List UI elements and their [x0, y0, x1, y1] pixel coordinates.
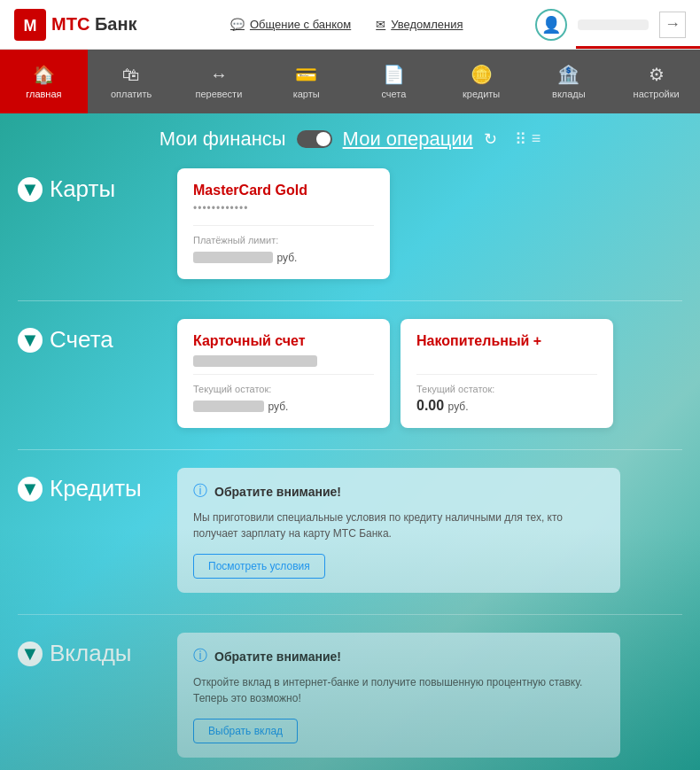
red-bar: [576, 46, 700, 49]
home-icon: 🏠: [33, 64, 55, 85]
tab-accounts-label: счета: [381, 89, 406, 99]
logo-icon: M: [14, 9, 46, 41]
view-conditions-button[interactable]: Посмотреть условия: [193, 554, 325, 579]
credits-attention-header: ⓘ Обратите внимание!: [193, 482, 604, 501]
savings-account-card[interactable]: Накопительный + Текущий остаток: 0.00 ру…: [401, 319, 613, 428]
choose-deposit-button[interactable]: Выбрать вклад: [193, 719, 298, 743]
tab-transfer-label: перевести: [195, 89, 242, 99]
avatar[interactable]: 👤: [535, 9, 567, 41]
accounts-icon: 📄: [383, 64, 405, 85]
logout-button[interactable]: →: [659, 12, 686, 38]
credits-icon: 🪙: [471, 64, 493, 85]
savings-balance-value: 0.00 руб.: [416, 398, 597, 414]
header-nav: 💬 Общение с банком ✉ Уведомления: [158, 18, 535, 31]
cards-icon: 💳: [295, 64, 317, 85]
tab-credits-label: кредиты: [463, 89, 500, 99]
account-number-blurred: [193, 353, 374, 365]
tab-pay[interactable]: 🛍 оплатить: [88, 50, 175, 113]
credits-section-label: ▼ Кредиты: [18, 468, 177, 502]
balance-blurred: [193, 401, 264, 412]
chat-link[interactable]: 💬 Общение с банком: [230, 18, 351, 31]
account-balance-value: руб.: [193, 398, 374, 414]
deposits-info-icon: ⓘ: [193, 647, 207, 665]
chat-label: Общение с банком: [250, 18, 351, 31]
cards-section-label: ▼ Карты: [18, 168, 177, 203]
tab-settings-label: настройки: [634, 89, 680, 99]
cards-area: MasterCard Gold •••••••••••• Платёжный л…: [177, 168, 682, 279]
savings-suffix: руб.: [448, 401, 469, 413]
savings-divider: [416, 374, 597, 375]
toggle-inactive-label: Мои финансы: [159, 128, 286, 151]
view-icons: ⠿ ≡: [515, 129, 541, 149]
grid-view-icon[interactable]: ⠿: [515, 129, 526, 149]
tab-transfer[interactable]: ↔ перевести: [175, 50, 263, 113]
savings-value: 0.00: [416, 398, 444, 413]
tab-credits[interactable]: 🪙 кредиты: [438, 50, 525, 113]
toggle-active-label[interactable]: Мои операции: [343, 128, 473, 151]
cards-section: ▼ Карты MasterCard Gold •••••••••••• Пла…: [18, 168, 682, 279]
mastercard-gold-card[interactable]: MasterCard Gold •••••••••••• Платёжный л…: [177, 168, 390, 279]
logo[interactable]: M МТС Банк: [14, 9, 136, 41]
credits-deposits-divider: [18, 614, 682, 615]
limit-blurred: [193, 252, 273, 263]
card-limit-value: руб.: [193, 249, 374, 265]
deposits-area: ⓘ Обратите внимание! Откройте вклад в ин…: [177, 633, 682, 758]
notifications-label: Уведомления: [391, 18, 463, 31]
savings-title: Накопительный +: [416, 333, 597, 349]
credits-section: ▼ Кредиты ⓘ Обратите внимание! Мы пригот…: [18, 468, 682, 593]
tab-home-label: главная: [26, 89, 61, 99]
card-title: MasterCard Gold: [193, 183, 374, 198]
card-account-title: Карточный счет: [193, 333, 374, 349]
app-header: M МТС Банк 💬 Общение с банком ✉ Уведомле…: [0, 0, 700, 50]
section-toggle: Мои финансы Мои операции ↻ ⠿ ≡: [18, 128, 682, 151]
user-icon: 👤: [541, 15, 561, 35]
credits-expand-icon[interactable]: ▼: [18, 477, 43, 502]
savings-number-placeholder: [416, 353, 597, 365]
notifications-link[interactable]: ✉ Уведомления: [376, 18, 463, 31]
header-right: 👤 →: [535, 9, 686, 41]
account-balance-label: Текущий остаток:: [193, 384, 374, 394]
accounts-label-text: Счета: [50, 326, 113, 354]
tab-settings[interactable]: ⚙ настройки: [612, 50, 700, 113]
settings-icon: ⚙: [649, 64, 665, 85]
chat-icon: 💬: [230, 18, 245, 31]
main-content: Мои финансы Мои операции ↻ ⠿ ≡ ▼ Карты M…: [0, 113, 700, 770]
refresh-icon[interactable]: ↻: [484, 129, 497, 149]
cards-label-text: Карты: [50, 175, 115, 203]
transfer-icon: ↔: [210, 65, 228, 85]
account-num-blur: [193, 355, 317, 367]
svg-text:M: M: [24, 17, 37, 35]
list-view-icon[interactable]: ≡: [532, 129, 541, 149]
credits-info-icon: ⓘ: [193, 482, 207, 501]
pay-icon: 🛍: [122, 65, 140, 85]
accounts-section: ▼ Счета Карточный счет Текущий остаток: …: [18, 319, 682, 428]
credits-label-text: Кредиты: [50, 475, 142, 502]
account-divider: [193, 374, 374, 375]
tab-pay-label: оплатить: [111, 89, 152, 99]
accounts-credits-divider: [18, 449, 682, 450]
deposits-attention-card: ⓘ Обратите внимание! Откройте вклад в ин…: [177, 633, 620, 758]
accounts-expand-icon[interactable]: ▼: [18, 328, 43, 353]
accounts-section-label: ▼ Счета: [18, 319, 177, 354]
savings-balance-label: Текущий остаток:: [416, 384, 597, 394]
deposits-section: ▼ Вклады ⓘ Обратите внимание! Откройте в…: [18, 633, 682, 758]
deposits-attention-header: ⓘ Обратите внимание!: [193, 647, 604, 665]
tab-deposits[interactable]: 🏦 вклады: [525, 50, 613, 113]
credits-attention-title: Обратите внимание!: [214, 485, 341, 499]
tab-deposits-label: вклады: [552, 89, 586, 99]
deposits-expand-icon[interactable]: ▼: [18, 642, 43, 666]
credits-area: ⓘ Обратите внимание! Мы приготовили спец…: [177, 468, 682, 593]
mail-icon: ✉: [376, 18, 385, 31]
deposits-section-label: ▼ Вклады: [18, 633, 177, 667]
cards-expand-icon[interactable]: ▼: [18, 177, 43, 202]
card-account-card[interactable]: Карточный счет Текущий остаток: руб.: [177, 319, 390, 428]
tab-home[interactable]: 🏠 главная: [0, 50, 88, 113]
account-suffix: руб.: [268, 401, 288, 413]
credits-attention-text: Мы приготовили специальные условия по кр…: [193, 509, 604, 541]
tab-accounts[interactable]: 📄 счета: [350, 50, 438, 113]
deposits-label-text: Вклады: [50, 640, 132, 667]
deposits-icon: 🏦: [557, 64, 579, 85]
tab-cards[interactable]: 💳 карты: [262, 50, 350, 113]
nav-tabs: 🏠 главная 🛍 оплатить ↔ перевести 💳 карты…: [0, 50, 700, 113]
toggle-switch[interactable]: [297, 130, 332, 148]
